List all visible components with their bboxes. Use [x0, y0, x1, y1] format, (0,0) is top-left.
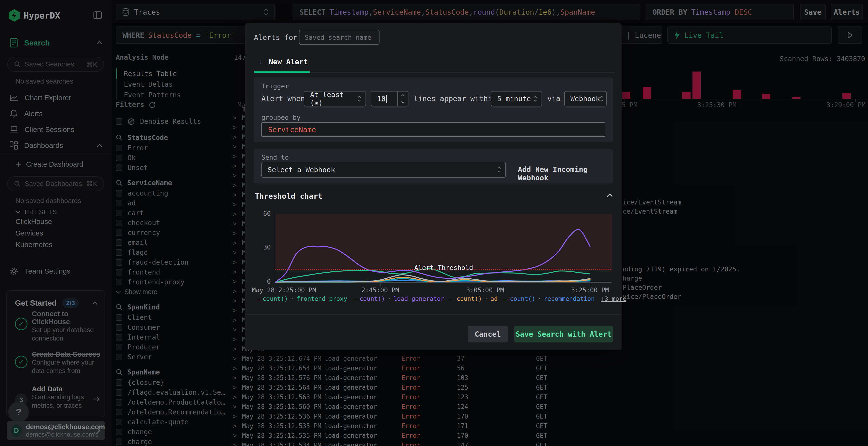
chart-series-load-generator: [275, 230, 590, 282]
chart-y-axis: [275, 213, 275, 282]
cancel-button[interactable]: Cancel: [468, 325, 508, 342]
lines-appear-label: lines appear within: [414, 94, 496, 103]
webhook-select[interactable]: Select a Webhook: [261, 162, 506, 178]
chevron-updown-icon: [533, 96, 537, 102]
chart-series-frontend-proxy: [275, 269, 590, 282]
legend-items: —count()·frontend-proxy —count()·load-ge…: [256, 295, 595, 302]
alert-threshold-label: Alert Threshold: [414, 264, 473, 271]
y-tick-60: 60: [260, 210, 271, 217]
chevron-updown-icon: [497, 167, 501, 173]
number-stepper[interactable]: [397, 92, 408, 106]
x-tick-2: 2:45:00 PM: [362, 286, 399, 294]
legend-item[interactable]: —count()·load-generator: [353, 295, 444, 302]
footer-separator: [245, 314, 622, 315]
legend-item[interactable]: —count()·frontend-proxy: [256, 295, 347, 302]
send-to-section: Send to Select a Webhook Add New Incomin…: [254, 149, 613, 183]
alerts-modal: Alerts for Saved search name + New Alert…: [245, 23, 622, 350]
via-label: via: [547, 94, 560, 103]
threshold-chart-title: Threshold chart: [255, 192, 322, 200]
stepper-up-icon: [401, 94, 405, 96]
chart-series-ad: [275, 277, 590, 282]
stepper-down-icon: [401, 101, 405, 104]
chart-x-axis: [275, 282, 613, 282]
trigger-section: Trigger Alert when At least (≥) 10 lines…: [254, 77, 613, 142]
saved-search-name-placeholder: Saved search name: [305, 34, 371, 41]
add-new-webhook-button[interactable]: Add New Incoming Webhook: [518, 165, 613, 182]
saved-search-name-input[interactable]: Saved search name: [299, 30, 379, 45]
trigger-label: Trigger: [261, 82, 289, 90]
chart-alert-zone: [275, 214, 612, 271]
chart-series-lines: [263, 212, 615, 294]
x-tick-4: 3:25:00 PM: [571, 286, 609, 294]
grouped-by-input[interactable]: ServiceName: [261, 122, 605, 137]
threshold-number-input[interactable]: 10: [371, 91, 408, 106]
legend-item[interactable]: —count()·recommendation: [504, 295, 595, 302]
condition-select[interactable]: At least (≥): [304, 91, 366, 106]
x-tick-3: 3:05:00 PM: [466, 286, 504, 294]
send-to-label: Send to: [261, 153, 289, 161]
window-select[interactable]: 5 minute: [491, 91, 542, 106]
chart-series-extra: [275, 279, 590, 282]
y-tick-30: 30: [260, 244, 271, 251]
tab-new-alert-label: New Alert: [269, 58, 308, 66]
chart-series-extra: [275, 275, 590, 282]
chevron-updown-icon: [600, 96, 604, 102]
y-tick-0: 0: [260, 278, 271, 285]
alert-when-label: Alert when: [261, 94, 305, 103]
save-search-with-alert-button[interactable]: Save Search with Alert: [514, 325, 613, 342]
alert-threshold-line: [275, 269, 612, 270]
collapse-chart-icon[interactable]: [607, 193, 613, 198]
tab-new-alert[interactable]: + New Alert: [258, 57, 308, 66]
alerts-for-label: Alerts for: [254, 33, 298, 42]
grouped-by-label: grouped by: [261, 114, 301, 121]
chart-series-recommendation: [275, 280, 590, 282]
text-cursor: [386, 95, 387, 103]
chevron-updown-icon: [357, 96, 361, 102]
tab-active-indicator: [254, 71, 310, 73]
legend-more-link[interactable]: +3 more: [601, 295, 626, 302]
channel-select[interactable]: Webhook: [564, 91, 607, 106]
plus-icon: +: [258, 57, 263, 66]
x-tick-1: May 28 2:25:00 PM: [252, 286, 316, 294]
chart-legend: —count()·frontend-proxy —count()·load-ge…: [256, 295, 613, 302]
hyperdx-app: Traces SELECT Timestamp,ServiceName,Stat…: [0, 0, 868, 446]
legend-item[interactable]: —count()·ad: [451, 295, 498, 302]
